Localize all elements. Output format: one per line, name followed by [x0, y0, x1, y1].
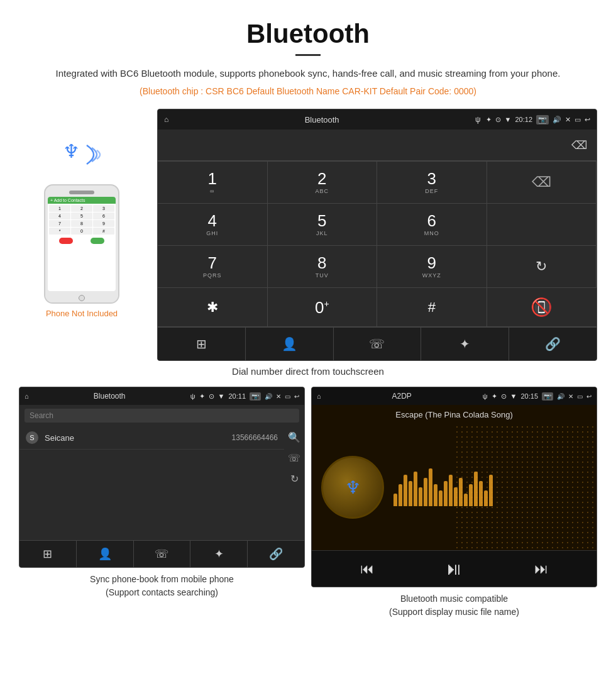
- key-5[interactable]: 5 JKL: [268, 204, 378, 246]
- key-2[interactable]: 2 ABC: [268, 162, 378, 204]
- key-1[interactable]: 1 ∞: [158, 162, 268, 204]
- phone-key: 6: [93, 213, 114, 219]
- camera-icon: 📷: [536, 115, 549, 124]
- wifi-icon: ▼: [505, 116, 512, 123]
- music-close-icon[interactable]: ✕: [568, 393, 573, 400]
- visualizer-bar: [474, 472, 478, 506]
- music-usb-icon: ψ: [483, 392, 488, 400]
- phone-dialpad: 1 2 3 4 5 6 7 8 9 * 0 #: [48, 204, 116, 236]
- refresh-icon[interactable]: ↻: [288, 473, 300, 485]
- phone-key: #: [93, 228, 114, 235]
- nav-call-button[interactable]: ☏: [334, 328, 422, 360]
- key-4[interactable]: 4 GHI: [158, 204, 268, 246]
- pb-vol-icon[interactable]: 🔊: [265, 393, 272, 400]
- play-pause-button[interactable]: ⏯: [445, 558, 463, 579]
- pb-time: 20:11: [228, 392, 246, 400]
- phone-key: 1: [49, 205, 70, 212]
- gps-icon: ⊙: [495, 116, 501, 124]
- search-icon[interactable]: 🔍: [288, 431, 300, 443]
- pb-nav-settings[interactable]: 🔗: [248, 541, 304, 567]
- phonebook-screen: ⌂ Bluetooth ψ ✦ ⊙ ▼ 20:11 📷 🔊 ✕ ▭ ↩ Sear…: [19, 387, 305, 568]
- phone-bottom: [45, 294, 118, 302]
- pb-status-bar: ⌂ Bluetooth ψ ✦ ⊙ ▼ 20:11 📷 🔊 ✕ ▭ ↩: [19, 387, 304, 405]
- key-9[interactable]: 9 WXYZ: [377, 246, 487, 288]
- empty-cell-2: [487, 204, 597, 246]
- phonebook-search-bar[interactable]: Search: [25, 409, 299, 423]
- phonebook-right-icons: 🔍 ☏ ↻: [284, 426, 304, 490]
- key-7[interactable]: 7 PQRS: [158, 246, 268, 288]
- prev-track-button[interactable]: ⏮: [360, 561, 374, 577]
- bluetooth-signal: ♆: [57, 134, 107, 178]
- music-time: 20:15: [520, 392, 538, 400]
- usb-icon: ψ: [475, 115, 481, 124]
- key-8[interactable]: 8 TUV: [268, 246, 378, 288]
- bottom-section: ⌂ Bluetooth ψ ✦ ⊙ ▼ 20:11 📷 🔊 ✕ ▭ ↩ Sear…: [0, 387, 616, 619]
- key-backspace-display[interactable]: ⌫: [487, 162, 597, 204]
- phone-key: 3: [93, 205, 114, 212]
- pb-wifi-icon: ▼: [218, 392, 225, 400]
- pb-home-icon[interactable]: ⌂: [25, 392, 29, 400]
- music-vol-icon[interactable]: 🔊: [557, 393, 564, 400]
- visualizer-bar: [409, 481, 412, 506]
- music-wifi-icon: ▼: [510, 392, 517, 400]
- phonebook-contact-row[interactable]: S Seicane 13566664466: [19, 426, 284, 450]
- music-fullscreen-icon[interactable]: ▭: [577, 393, 583, 400]
- pb-nav-bt[interactable]: ✦: [190, 541, 248, 567]
- music-screen: ⌂ A2DP ψ ✦ ⊙ ▼ 20:15 📷 🔊 ✕ ▭ ↩ Escape (T…: [311, 387, 597, 587]
- key-0[interactable]: 0+: [268, 288, 378, 327]
- music-controls: ⏮ ⏯ ⏭: [312, 550, 597, 587]
- orange-info-text: (Bluetooth chip : CSR BC6 Default Blueto…: [38, 86, 578, 96]
- nav-settings-button[interactable]: 🔗: [509, 328, 597, 360]
- song-title: Escape (The Pina Colada Song): [312, 405, 597, 424]
- music-label-line2: (Support display music file name): [389, 607, 519, 617]
- volume-icon[interactable]: 🔊: [553, 116, 561, 124]
- status-icons-group: ✦ ⊙ ▼ 20:12 📷 🔊 ✕ ▭ ↩: [486, 115, 590, 124]
- pb-nav-contacts[interactable]: 👤: [77, 541, 134, 567]
- home-icon[interactable]: ⌂: [164, 115, 168, 124]
- visualizer-bar: [429, 468, 432, 506]
- key-hash[interactable]: #: [377, 288, 487, 327]
- backspace-icon: ⌫: [532, 174, 551, 191]
- dial-label: Dial number direct from touchscreen: [0, 366, 616, 377]
- pb-nav-call[interactable]: ☏: [134, 541, 191, 567]
- music-label: Bluetooth music compatible (Support disp…: [389, 592, 519, 619]
- pb-camera-icon: 📷: [250, 392, 261, 401]
- pb-fullscreen-icon[interactable]: ▭: [285, 393, 290, 400]
- music-home-icon[interactable]: ⌂: [317, 392, 321, 400]
- car-dialer-screen: ⌂ Bluetooth ψ ✦ ⊙ ▼ 20:12 📷 🔊 ✕ ▭ ↩ ⌫: [157, 109, 597, 361]
- music-back-icon[interactable]: ↩: [586, 393, 591, 400]
- back-icon[interactable]: ↩: [585, 116, 590, 124]
- key-6[interactable]: 6 MNO: [377, 204, 487, 246]
- nav-contacts-button[interactable]: 👤: [246, 328, 334, 360]
- music-label-line1: Bluetooth music compatible: [400, 594, 508, 604]
- pb-screen-title: Bluetooth: [33, 392, 187, 401]
- phone-screen-header: + Add to Contacts: [48, 197, 116, 204]
- pb-nav-dialpad[interactable]: ⊞: [19, 541, 77, 567]
- nav-bluetooth-button[interactable]: ✦: [421, 328, 509, 360]
- nav-dialpad-button[interactable]: ⊞: [158, 328, 246, 360]
- signal-arcs-icon: [82, 139, 107, 170]
- call-icon[interactable]: ☏: [288, 452, 300, 464]
- backspace-button[interactable]: ⌫: [571, 138, 587, 152]
- middle-section: ♆ + Add to Contacts 1 2 3 4 5 6: [0, 109, 616, 361]
- key-3[interactable]: 3 DEF: [377, 162, 487, 204]
- page-title: Bluetooth: [38, 19, 578, 49]
- phone-key: 2: [71, 205, 92, 212]
- pb-bt-icon: ✦: [199, 392, 205, 401]
- refresh-cell[interactable]: ↻: [487, 246, 597, 288]
- music-item: ⌂ A2DP ψ ✦ ⊙ ▼ 20:15 📷 🔊 ✕ ▭ ↩ Escape (T…: [311, 387, 597, 619]
- visualizer-bar: [414, 472, 417, 506]
- pb-back-icon[interactable]: ↩: [294, 393, 299, 400]
- close-icon[interactable]: ✕: [565, 116, 571, 124]
- end-call-button[interactable]: 📵: [487, 288, 597, 327]
- dialer-display: ⌫: [158, 130, 597, 161]
- key-star[interactable]: ✱: [158, 288, 268, 327]
- pb-close-icon[interactable]: ✕: [276, 393, 281, 400]
- fullscreen-icon[interactable]: ▭: [575, 116, 581, 124]
- dialpad-grid: 1 ∞ 2 ABC 3 DEF ⌫ 4 GHI 5 JKL: [158, 161, 597, 327]
- bluetooth-status-icon: ✦: [486, 116, 492, 124]
- music-gps-icon: ⊙: [501, 392, 507, 401]
- next-track-button[interactable]: ⏭: [534, 561, 548, 577]
- phone-home-button: [79, 295, 85, 301]
- visualizer-bar: [419, 487, 422, 506]
